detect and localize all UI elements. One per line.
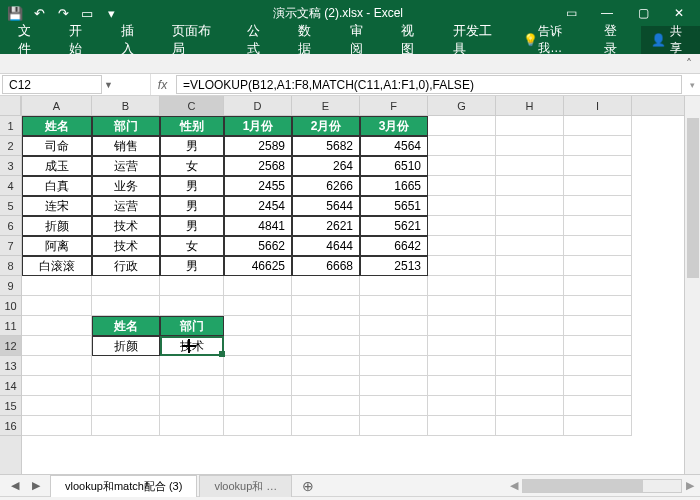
tab-file[interactable]: 文件: [4, 26, 55, 54]
cell-A9[interactable]: [22, 276, 92, 296]
cell-H15[interactable]: [496, 396, 564, 416]
cell-I15[interactable]: [564, 396, 632, 416]
cell-G14[interactable]: [428, 376, 496, 396]
cell-E11[interactable]: [292, 316, 360, 336]
cell-I1[interactable]: [564, 116, 632, 136]
cell-F5[interactable]: 5651: [360, 196, 428, 216]
cell-I12[interactable]: [564, 336, 632, 356]
cell-I5[interactable]: [564, 196, 632, 216]
sheet-add-button[interactable]: ⊕: [294, 478, 322, 494]
cell-C9[interactable]: [160, 276, 224, 296]
qat-redo[interactable]: ↷: [52, 3, 74, 23]
cell-B12[interactable]: 折颜: [92, 336, 160, 356]
row-header-2[interactable]: 2: [0, 136, 21, 156]
cell-B15[interactable]: [92, 396, 160, 416]
hscroll-right[interactable]: ▶: [686, 479, 694, 492]
cell-D7[interactable]: 5662: [224, 236, 292, 256]
cell-F10[interactable]: [360, 296, 428, 316]
cell-B16[interactable]: [92, 416, 160, 436]
col-header-F[interactable]: F: [360, 96, 428, 115]
cell-G11[interactable]: [428, 316, 496, 336]
cell-C4[interactable]: 男: [160, 176, 224, 196]
select-all-corner[interactable]: [0, 96, 21, 116]
cell-G9[interactable]: [428, 276, 496, 296]
cell-E13[interactable]: [292, 356, 360, 376]
tell-me[interactable]: 💡 告诉我…: [513, 26, 590, 54]
cell-E1[interactable]: 2月份: [292, 116, 360, 136]
qat-save[interactable]: 💾: [4, 3, 26, 23]
tab-data[interactable]: 数据: [284, 26, 335, 54]
cell-B7[interactable]: 技术: [92, 236, 160, 256]
cell-A8[interactable]: 白滚滚: [22, 256, 92, 276]
cell-B13[interactable]: [92, 356, 160, 376]
cell-B3[interactable]: 运营: [92, 156, 160, 176]
cell-F12[interactable]: [360, 336, 428, 356]
cell-C15[interactable]: [160, 396, 224, 416]
cell-F1[interactable]: 3月份: [360, 116, 428, 136]
cell-E4[interactable]: 6266: [292, 176, 360, 196]
cell-H4[interactable]: [496, 176, 564, 196]
row-header-12[interactable]: 12: [0, 336, 21, 356]
cell-C5[interactable]: 男: [160, 196, 224, 216]
cell-G2[interactable]: [428, 136, 496, 156]
namebox-dropdown[interactable]: ▼: [104, 74, 118, 95]
col-header-G[interactable]: G: [428, 96, 496, 115]
cell-H5[interactable]: [496, 196, 564, 216]
cell-A11[interactable]: [22, 316, 92, 336]
cell-F4[interactable]: 1665: [360, 176, 428, 196]
cell-H6[interactable]: [496, 216, 564, 236]
cell-D1[interactable]: 1月份: [224, 116, 292, 136]
cell-I3[interactable]: [564, 156, 632, 176]
cell-F2[interactable]: 4564: [360, 136, 428, 156]
cell-C13[interactable]: [160, 356, 224, 376]
cell-E5[interactable]: 5644: [292, 196, 360, 216]
cell-B5[interactable]: 运营: [92, 196, 160, 216]
cell-G6[interactable]: [428, 216, 496, 236]
cell-H11[interactable]: [496, 316, 564, 336]
col-header-E[interactable]: E: [292, 96, 360, 115]
tab-review[interactable]: 审阅: [336, 26, 387, 54]
vertical-scrollbar[interactable]: [684, 96, 700, 474]
row-header-7[interactable]: 7: [0, 236, 21, 256]
row-header-8[interactable]: 8: [0, 256, 21, 276]
cell-B6[interactable]: 技术: [92, 216, 160, 236]
cell-E14[interactable]: [292, 376, 360, 396]
sheet-nav-prev[interactable]: ◀: [11, 479, 19, 492]
col-header-I[interactable]: I: [564, 96, 632, 115]
cell-H2[interactable]: [496, 136, 564, 156]
cell-F13[interactable]: [360, 356, 428, 376]
cell-D5[interactable]: 2454: [224, 196, 292, 216]
fx-icon[interactable]: fx: [150, 74, 174, 95]
cell-B1[interactable]: 部门: [92, 116, 160, 136]
row-header-3[interactable]: 3: [0, 156, 21, 176]
cell-C10[interactable]: [160, 296, 224, 316]
cell-H12[interactable]: [496, 336, 564, 356]
cell-F16[interactable]: [360, 416, 428, 436]
cell-C12[interactable]: 技术: [160, 336, 224, 356]
cell-I9[interactable]: [564, 276, 632, 296]
tab-view[interactable]: 视图: [387, 26, 438, 54]
cell-A16[interactable]: [22, 416, 92, 436]
cell-E2[interactable]: 5682: [292, 136, 360, 156]
cell-G8[interactable]: [428, 256, 496, 276]
cell-C11[interactable]: 部门: [160, 316, 224, 336]
cell-F9[interactable]: [360, 276, 428, 296]
row-header-5[interactable]: 5: [0, 196, 21, 216]
cell-H10[interactable]: [496, 296, 564, 316]
col-header-H[interactable]: H: [496, 96, 564, 115]
row-header-4[interactable]: 4: [0, 176, 21, 196]
sheet-nav-next[interactable]: ▶: [32, 479, 40, 492]
formula-bar[interactable]: =VLOOKUP(B12,A1:F8,MATCH(C11,A1:F1,0),FA…: [176, 75, 682, 94]
cell-B2[interactable]: 销售: [92, 136, 160, 156]
tab-dev[interactable]: 开发工具: [439, 26, 514, 54]
tab-home[interactable]: 开始: [55, 26, 106, 54]
cell-E7[interactable]: 4644: [292, 236, 360, 256]
cell-D3[interactable]: 2568: [224, 156, 292, 176]
cell-G7[interactable]: [428, 236, 496, 256]
tab-formula[interactable]: 公式: [233, 26, 284, 54]
cell-A2[interactable]: 司命: [22, 136, 92, 156]
cell-I10[interactable]: [564, 296, 632, 316]
cell-G16[interactable]: [428, 416, 496, 436]
cell-E16[interactable]: [292, 416, 360, 436]
cell-G1[interactable]: [428, 116, 496, 136]
